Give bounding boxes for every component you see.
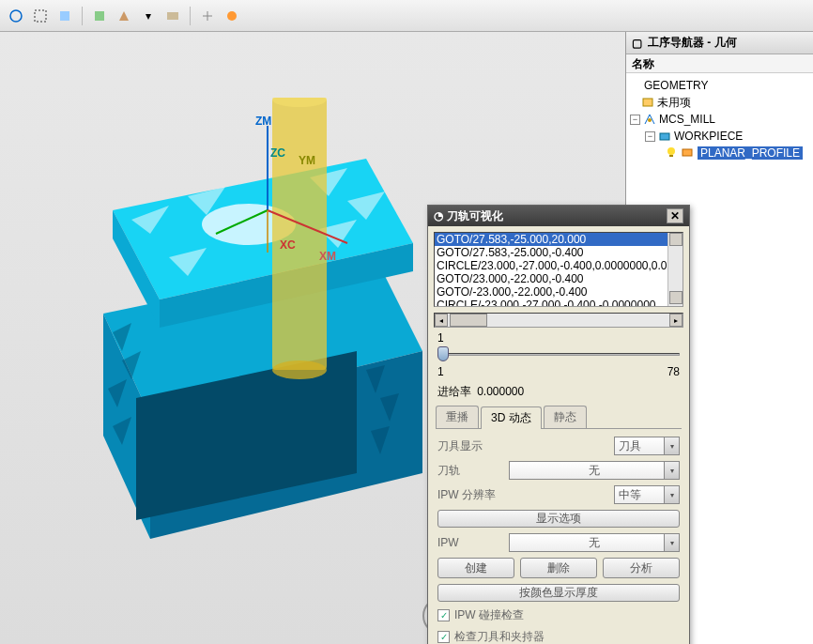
slider-max: 78 xyxy=(667,365,680,378)
navigator-header: ▢ 工序导航器 - 几何 xyxy=(626,32,813,54)
slider-handle[interactable] xyxy=(437,346,449,361)
delete-button[interactable]: 删除 xyxy=(520,558,597,578)
collapse-icon[interactable]: − xyxy=(645,131,655,142)
svg-marker-4 xyxy=(119,11,129,21)
svg-point-0 xyxy=(10,10,22,22)
ipw-res-select[interactable]: 中等 ▾ xyxy=(614,485,680,504)
scroll-left-icon[interactable]: ◂ xyxy=(435,314,448,327)
workpiece-icon xyxy=(658,130,671,143)
feedrate-label: 进给率 xyxy=(437,385,471,398)
tab-content: 刀具显示 刀具 ▾ 刀轨 无 ▾ IPW 分辨率 中等 ▾ 显示选项 IPW 无 xyxy=(428,429,689,644)
dialog-icon: ◔ xyxy=(434,209,443,222)
gcode-line[interactable]: GOTO/-23.000,-22.000,-0.400 xyxy=(435,285,683,299)
column-header[interactable]: 名称 xyxy=(626,54,813,73)
dialog-title: 刀轨可视化 xyxy=(447,208,503,224)
tool-icon-6[interactable] xyxy=(162,6,183,26)
mcs-icon xyxy=(643,113,656,126)
dropdown-icon[interactable]: ▾ xyxy=(664,534,679,551)
dropdown-icon[interactable]: ▾ xyxy=(664,486,679,503)
gcode-line[interactable]: GOTO/27.583,-25.000,-0.400 xyxy=(435,246,683,259)
close-button[interactable]: ✕ xyxy=(667,208,683,223)
gcode-listbox[interactable]: GOTO/27.583,-25.000,20.000 GOTO/27.583,-… xyxy=(434,232,683,307)
svg-rect-5 xyxy=(167,12,178,20)
analyze-button[interactable]: 分析 xyxy=(603,558,680,578)
pin-icon[interactable]: ▢ xyxy=(632,37,642,50)
svg-point-38 xyxy=(648,118,652,122)
svg-rect-39 xyxy=(660,133,669,140)
show-options-button[interactable]: 显示选项 xyxy=(437,510,680,528)
svg-rect-3 xyxy=(95,11,104,21)
tree-operation[interactable]: PLANAR_PROFILE xyxy=(628,145,811,161)
axis-zc: ZC xyxy=(270,146,285,160)
gcode-line[interactable]: CIRCLE/-23.000,-27.000,-0.400,-0.0000000… xyxy=(435,299,683,307)
tool-icon-7[interactable] xyxy=(197,6,218,26)
svg-rect-1 xyxy=(35,10,46,22)
dropdown-icon[interactable]: ▾ xyxy=(664,437,679,454)
geometry-tree[interactable]: GEOMETRY 未用项 − MCS_MILL − WORKPIECE PLAN… xyxy=(626,73,813,165)
select-value: 无 xyxy=(589,463,600,479)
tree-label: GEOMETRY xyxy=(644,79,708,92)
ipw-select[interactable]: 无 ▾ xyxy=(509,533,680,552)
svg-rect-42 xyxy=(683,149,692,156)
tree-label: WORKPIECE xyxy=(674,130,743,143)
tool-display-label: 刀具显示 xyxy=(437,438,503,454)
tree-mcs[interactable]: − MCS_MILL xyxy=(628,111,811,128)
feedrate-display: 进给率 0.000000 xyxy=(428,382,689,402)
dropdown-icon[interactable]: ▾ xyxy=(664,462,679,479)
op-icon xyxy=(682,146,695,160)
checkbox-icon[interactable]: ✓ xyxy=(437,609,450,621)
scroll-down-icon[interactable] xyxy=(669,291,683,304)
tree-root[interactable]: GEOMETRY xyxy=(628,77,811,94)
tool-icon-3[interactable] xyxy=(54,6,75,26)
tree-workpiece[interactable]: − WORKPIECE xyxy=(628,128,811,145)
tab-static[interactable]: 静态 xyxy=(544,406,587,428)
checkbox-label: 检查刀具和夹持器 xyxy=(454,629,545,644)
axis-zm: ZM xyxy=(255,115,271,128)
lightbulb-icon xyxy=(666,146,679,160)
tab-replay[interactable]: 重播 xyxy=(436,406,479,428)
svg-rect-37 xyxy=(643,99,652,106)
dropdown-icon[interactable]: ▾ xyxy=(138,6,159,26)
svg-rect-41 xyxy=(669,155,673,157)
horizontal-scrollbar[interactable]: ◂ ▸ xyxy=(434,313,683,328)
checkbox-icon[interactable]: ✓ xyxy=(437,631,450,643)
gcode-line[interactable]: GOTO/23.000,-22.000,-0.400 xyxy=(435,272,683,285)
tool-icon-1[interactable] xyxy=(6,6,26,26)
navigator-title: 工序导航器 - 几何 xyxy=(648,35,737,51)
create-button[interactable]: 创建 xyxy=(437,558,514,578)
tree-label-selected: PLANAR_PROFILE xyxy=(698,146,803,160)
scroll-right-icon[interactable]: ▸ xyxy=(669,314,683,327)
check-tool-holder-checkbox[interactable]: ✓ 检查刀具和夹持器 xyxy=(437,629,680,644)
tool-icon-8[interactable] xyxy=(222,6,242,26)
tool-icon-5[interactable] xyxy=(114,6,134,26)
tree-unused[interactable]: 未用项 xyxy=(628,94,811,111)
gcode-line[interactable]: CIRCLE/23.000,-27.000,-0.400,0.0000000,0… xyxy=(435,259,683,272)
svg-point-29 xyxy=(272,360,327,379)
tool-display-select[interactable]: 刀具 ▾ xyxy=(614,437,680,455)
axis-xm: XM xyxy=(319,250,336,263)
ipw-res-label: IPW 分辨率 xyxy=(437,487,503,503)
animation-slider[interactable] xyxy=(437,346,680,363)
tab-strip: 重播 3D 动态 静态 xyxy=(436,406,682,429)
dialog-titlebar[interactable]: ◔ 刀轨可视化 ✕ xyxy=(428,206,689,226)
svg-rect-2 xyxy=(60,11,69,21)
path-select[interactable]: 无 ▾ xyxy=(509,461,680,480)
scroll-thumb[interactable] xyxy=(450,314,487,327)
scroll-up-icon[interactable] xyxy=(669,233,683,246)
top-toolbar: ▾ xyxy=(0,0,813,32)
gcode-line-selected[interactable]: GOTO/27.583,-25.000,20.000 xyxy=(435,233,683,246)
tool-icon-2[interactable] xyxy=(30,6,51,26)
tree-label: 未用项 xyxy=(657,95,691,111)
axis-ym: YM xyxy=(299,154,315,167)
path-label: 刀轨 xyxy=(437,463,503,479)
svg-rect-28 xyxy=(272,98,327,370)
color-thickness-button[interactable]: 按颜色显示厚度 xyxy=(437,584,680,602)
slider-value: 1 xyxy=(437,331,444,345)
select-value: 中等 xyxy=(619,487,641,503)
tool-icon-4[interactable] xyxy=(89,6,110,26)
tab-3d-dynamic[interactable]: 3D 动态 xyxy=(481,406,542,429)
ipw-collision-checkbox[interactable]: ✓ IPW 碰撞检查 xyxy=(437,607,680,623)
collapse-icon[interactable]: − xyxy=(630,115,640,125)
vertical-scrollbar[interactable] xyxy=(667,233,683,306)
svg-point-40 xyxy=(667,147,675,155)
